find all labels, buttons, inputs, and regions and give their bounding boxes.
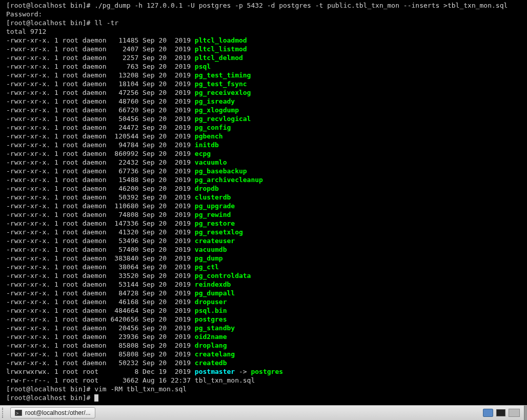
file-name: pltcl_delmod	[195, 54, 243, 62]
taskbar-grip-icon	[2, 408, 7, 418]
file-row: -rwxr-xr-x. 1 root daemon 50456 Sep 20 2…	[6, 114, 527, 123]
terminal-icon	[15, 410, 22, 416]
file-row: -rwxr-xr-x. 1 root daemon 85808 Sep 20 2…	[6, 341, 527, 350]
file-name: createdb	[195, 359, 227, 367]
file-row: -rwxr-xr-x. 1 root daemon 24472 Sep 20 2…	[6, 123, 527, 132]
file-row: -rwxr-xr-x. 1 root daemon 46168 Sep 20 2…	[6, 297, 527, 306]
file-name: pg_config	[195, 124, 231, 131]
cursor	[94, 394, 98, 402]
total-line: total 9712	[6, 27, 527, 36]
file-row: -rwxr-xr-x. 1 root daemon 38064 Sep 20 2…	[6, 263, 527, 271]
file-row: -rwxr-xr-x. 1 root daemon 50392 Sep 20 2…	[6, 193, 527, 202]
file-row: -rwxr-xr-x. 1 root daemon 383840 Sep 20 …	[6, 254, 527, 263]
file-name: pltcl_loadmod	[195, 36, 247, 44]
file-row: -rwxr-xr-x. 1 root daemon 763 Sep 20 201…	[6, 62, 527, 71]
file-row: -rwxr-xr-x. 1 root daemon 50232 Sep 20 2…	[6, 358, 527, 367]
file-row: -rwxr-xr-x. 1 root daemon 47256 Sep 20 2…	[6, 88, 527, 97]
file-name: oid2name	[195, 333, 227, 341]
file-name: pg_xlogdump	[195, 106, 239, 114]
file-row: -rwxr-xr-x. 1 root daemon 11485 Sep 20 2…	[6, 36, 527, 45]
file-name: pg_ctl	[195, 263, 219, 271]
file-row: -rwxr-xr-x. 1 root daemon 6420656 Sep 20…	[6, 315, 527, 324]
file-name: pg_upgrade	[195, 202, 235, 210]
symlink-name: postmaster	[195, 368, 235, 375]
file-row: -rwxr-xr-x. 1 root daemon 2257 Sep 20 20…	[6, 53, 527, 62]
file-name: pg_basebackup	[195, 167, 247, 175]
file-name: initdb	[195, 141, 219, 149]
file-row: -rwxr-xr-x. 1 root daemon 33520 Sep 20 2…	[6, 271, 527, 280]
file-name: dropuser	[195, 298, 227, 306]
file-name: ecpg	[195, 150, 211, 157]
file-row: -rwxr-xr-x. 1 root daemon 66720 Sep 20 2…	[6, 106, 527, 114]
file-name: pg_controldata	[195, 272, 251, 279]
file-name: vacuumdb	[195, 246, 227, 253]
file-row: -rwxr-xr-x. 1 root daemon 13208 Sep 20 2…	[6, 71, 527, 79]
system-tray	[483, 409, 524, 417]
file-row: -rwxr-xr-x. 1 root daemon 15488 Sep 20 2…	[6, 175, 527, 184]
file-row: -rwxr-xr-x. 1 root daemon 20456 Sep 20 2…	[6, 324, 527, 332]
prompt-line: [root@localhost bin]# ll -tr	[6, 18, 527, 27]
file-row: -rwxr-xr-x. 1 root daemon 53144 Sep 20 2…	[6, 280, 527, 289]
file-name: dropdb	[195, 185, 219, 192]
file-name: postgres	[195, 315, 227, 323]
file-row: -rwxr-xr-x. 1 root daemon 53496 Sep 20 2…	[6, 236, 527, 245]
file-row: -rwxr-xr-x. 1 root daemon 860992 Sep 20 …	[6, 149, 527, 158]
prompt-line: [root@localhost bin]#	[6, 393, 527, 402]
file-name: pg_restore	[195, 219, 235, 227]
file-name: pg_resetxlog	[195, 228, 243, 236]
prompt-line: [root@localhost bin]# vim -RM tbl_txn_mo…	[6, 385, 527, 393]
prompt-line: [root@localhost bin]# ./pg_dump -h 127.0…	[6, 1, 527, 10]
file-name: pg_dump	[195, 254, 223, 262]
file-name: vacuumlo	[195, 158, 227, 166]
file-row: -rwxr-xr-x. 1 root daemon 147336 Sep 20 …	[6, 219, 527, 228]
taskbar-edge	[524, 406, 527, 421]
file-row: -rwxr-xr-x. 1 root daemon 85808 Sep 20 2…	[6, 350, 527, 358]
file-row: -rwxr-xr-x. 1 root daemon 110680 Sep 20 …	[6, 202, 527, 210]
file-row: -rwxr-xr-x. 1 root daemon 84728 Sep 20 2…	[6, 289, 527, 297]
file-name: pg_dumpall	[195, 289, 235, 297]
file-row: -rwxr-xr-x. 1 root daemon 23936 Sep 20 2…	[6, 332, 527, 341]
file-row: -rwxr-xr-x. 1 root daemon 41320 Sep 20 2…	[6, 228, 527, 236]
file-row: -rwxr-xr-x. 1 root daemon 46200 Sep 20 2…	[6, 184, 527, 193]
file-name: pg_archivecleanup	[195, 176, 263, 184]
file-row: -rwxr-xr-x. 1 root daemon 48760 Sep 20 2…	[6, 97, 527, 106]
file-name: psql.bin	[195, 307, 227, 314]
file-name: pgbench	[195, 132, 223, 140]
file-name: pltcl_listmod	[195, 45, 247, 53]
password-line: Password:	[6, 10, 527, 18]
file-row: -rw-r--r--. 1 root root 3662 Aug 16 22:3…	[6, 376, 527, 385]
file-row: -rwxr-xr-x. 1 root daemon 67736 Sep 20 2…	[6, 167, 527, 175]
file-name: createlang	[195, 350, 235, 358]
file-row: -rwxr-xr-x. 1 root daemon 57400 Sep 20 2…	[6, 245, 527, 254]
file-row: -rwxr-xr-x. 1 root daemon 22432 Sep 20 2…	[6, 158, 527, 167]
file-row: -rwxr-xr-x. 1 root daemon 94784 Sep 20 2…	[6, 141, 527, 149]
file-row: lrwxrwxrwx. 1 root root 8 Dec 19 2019 po…	[6, 367, 527, 376]
tray-display-icon[interactable]	[483, 409, 493, 417]
file-row: -rwxr-xr-x. 1 root daemon 74808 Sep 20 2…	[6, 210, 527, 219]
file-name: tbl_txn_mon.sql	[195, 376, 255, 384]
file-name: psql	[195, 63, 211, 70]
file-name: pg_test_timing	[195, 71, 251, 79]
file-name: pg_standby	[195, 324, 235, 332]
file-row: -rwxr-xr-x. 1 root daemon 2407 Sep 20 20…	[6, 45, 527, 53]
file-name: reindexdb	[195, 281, 231, 288]
file-name: createuser	[195, 237, 235, 245]
file-name: pg_receivexlog	[195, 89, 251, 96]
taskbar: root@localhost:/other/...	[0, 405, 527, 420]
file-name: pg_test_fsync	[195, 80, 247, 88]
taskbar-app-button[interactable]: root@localhost:/other/...	[10, 407, 95, 418]
file-name: pg_isready	[195, 97, 235, 105]
file-row: -rwxr-xr-x. 1 root daemon 484664 Sep 20 …	[6, 306, 527, 315]
terminal-output[interactable]: [root@localhost bin]# ./pg_dump -h 127.0…	[0, 0, 527, 405]
file-name: pg_rewind	[195, 211, 231, 218]
tray-terminal-icon[interactable]	[496, 409, 505, 416]
tray-square-icon[interactable]	[509, 409, 520, 417]
taskbar-app-label: root@localhost:/other/...	[25, 409, 91, 417]
file-row: -rwxr-xr-x. 1 root daemon 120544 Sep 20 …	[6, 132, 527, 141]
file-row: -rwxr-xr-x. 1 root daemon 18104 Sep 20 2…	[6, 79, 527, 88]
file-name: droplang	[195, 342, 227, 349]
symlink-target: postgres	[251, 368, 283, 375]
file-name: clusterdb	[195, 193, 231, 201]
file-name: pg_recvlogical	[195, 115, 251, 123]
